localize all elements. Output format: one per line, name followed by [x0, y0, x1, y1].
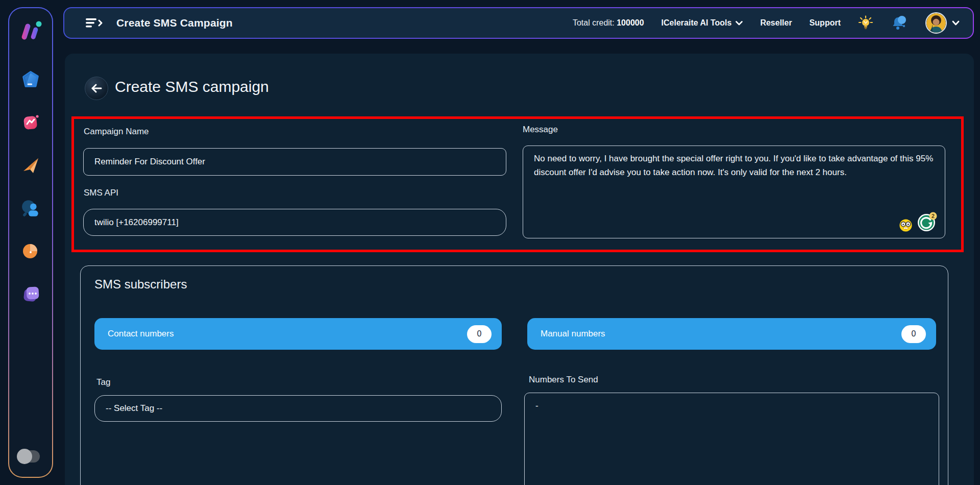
grammarly-icon[interactable]: 2	[917, 212, 937, 234]
nav-support[interactable]: Support	[810, 18, 841, 28]
total-credit-label: Total credit:	[573, 18, 615, 27]
window-title: Create SMS Campaign	[116, 17, 233, 29]
contact-numbers-label: Contact numbers	[108, 329, 174, 339]
message-textarea[interactable]: No need to worry, I have brought the spe…	[523, 146, 945, 238]
contact-numbers-button[interactable]: Contact numbers 0	[94, 318, 502, 350]
contact-numbers-count: 0	[467, 325, 492, 343]
sms-api-select[interactable]: twilio [+16206999711]	[83, 209, 506, 236]
nav-ai-tools-label: ICeleraite AI Tools	[662, 18, 732, 28]
sidebar-item-pie-chart-icon[interactable]	[20, 241, 41, 261]
campaign-name-input[interactable]	[83, 148, 506, 176]
total-credit-value: 100000	[617, 18, 644, 27]
sidebar-item-chat-dots-icon[interactable]	[20, 284, 41, 304]
avatar[interactable]	[925, 12, 947, 34]
nav-ai-tools[interactable]: ICeleraite AI Tools	[662, 18, 743, 28]
page-title: Create SMS campaign	[115, 78, 269, 95]
chevron-down-icon	[736, 21, 743, 26]
theme-toggle-knob	[17, 449, 32, 464]
sidebar-item-send-plane-icon[interactable]	[20, 155, 41, 176]
theme-toggle[interactable]	[18, 450, 40, 463]
tag-select[interactable]: -- Select Tag --	[94, 395, 502, 422]
numbers-to-send-label: Numbers To Send	[529, 375, 598, 385]
campaign-name-label: Campaign Name	[84, 127, 149, 137]
nav-support-label: Support	[810, 18, 841, 28]
back-arrow-icon	[90, 83, 103, 93]
emoji-picker-icon[interactable]	[899, 219, 913, 234]
app-logo-icon	[18, 19, 43, 45]
sidebar-item-user-search-icon[interactable]	[20, 198, 41, 219]
sms-subscribers-card: SMS subscribers Contact numbers 0 Manual…	[80, 265, 948, 485]
notifications-icon[interactable]	[891, 15, 908, 31]
back-button[interactable]	[85, 77, 108, 100]
menu-toggle-icon[interactable]	[85, 16, 105, 30]
user-menu[interactable]	[925, 12, 960, 34]
nav-reseller[interactable]: Reseller	[760, 18, 792, 28]
sidebar-item-chat-bubble-icon[interactable]	[20, 69, 41, 90]
chevron-down-icon[interactable]	[952, 20, 960, 26]
nav-reseller-label: Reseller	[760, 18, 792, 28]
sms-api-label: SMS API	[84, 188, 118, 198]
total-credit: Total credit: 100000	[573, 18, 644, 28]
numbers-to-send-textarea[interactable]: -	[524, 393, 939, 485]
top-bar: Create SMS Campaign Total credit: 100000…	[63, 7, 974, 39]
message-label: Message	[523, 125, 558, 135]
grammarly-badge: 2	[932, 213, 935, 219]
sidebar-item-messenger-pulse-icon[interactable]	[20, 112, 41, 133]
sidebar	[8, 7, 53, 478]
manual-numbers-label: Manual numbers	[541, 329, 605, 339]
main-panel: Create SMS campaign Campaign Name SMS AP…	[65, 54, 974, 485]
manual-numbers-count: 0	[901, 325, 926, 343]
lightbulb-icon[interactable]	[858, 15, 873, 31]
manual-numbers-button[interactable]: Manual numbers 0	[527, 318, 936, 350]
sms-subscribers-heading: SMS subscribers	[94, 277, 187, 292]
tag-label: Tag	[96, 377, 110, 387]
